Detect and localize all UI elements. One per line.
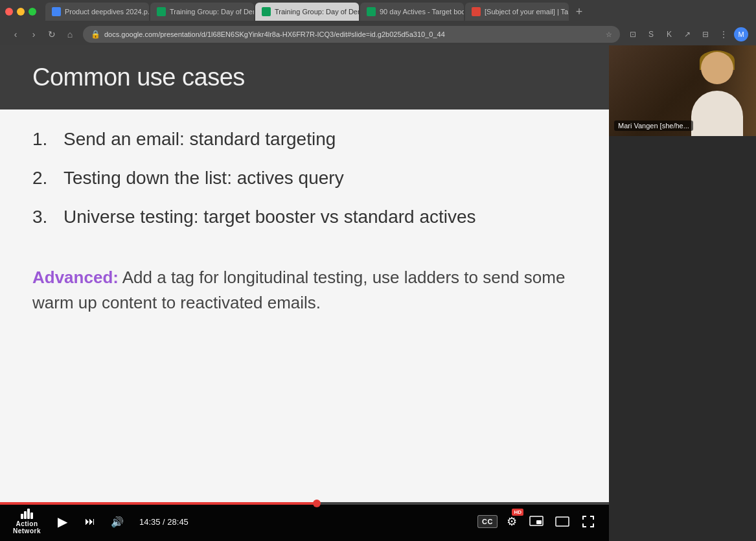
progress-fill: [0, 502, 317, 505]
video-area: Common use cases 1. Send an email: stand…: [0, 45, 609, 541]
advanced-block: Advanced: Add a tag for longitudinal tes…: [32, 265, 577, 316]
fullscreen-icon: [580, 514, 596, 529]
cc-button[interactable]: CC: [477, 515, 498, 528]
play-button[interactable]: ▶: [52, 511, 73, 532]
tab-bar: Product deepdives 2024.p... ✕ Training G…: [0, 0, 756, 23]
refresh-button[interactable]: ↻: [44, 27, 60, 42]
lock-icon: 🔒: [91, 30, 100, 39]
list-num-3: 3.: [32, 207, 56, 227]
forward-button[interactable]: ›: [26, 27, 41, 42]
list-num-2: 2.: [32, 168, 56, 189]
settings-button[interactable]: ⚙ HD: [503, 512, 521, 531]
list-text-1: Send an email: standard targeting: [63, 129, 336, 150]
list-text-2: Testing down the list: actives query: [63, 168, 344, 189]
tab-favicon-1: [52, 7, 61, 16]
tab-4[interactable]: 90 day Actives - Target boo... ✕: [360, 3, 464, 21]
slide: Common use cases 1. Send an email: stand…: [0, 45, 609, 502]
tab-3[interactable]: Training Group: Day of Dem... ✕: [255, 3, 359, 21]
person-body: [691, 91, 743, 136]
fullscreen-button[interactable]: [578, 511, 599, 532]
video-controls: Action Network ▶ ⏭ 🔊 14:35 / 28:45 CC ⚙ …: [0, 502, 609, 541]
logo-bar-1: [21, 514, 23, 519]
address-text: docs.google.com/presentation/d/1l68EN6SK…: [104, 30, 602, 38]
tab-favicon-4: [367, 7, 376, 16]
skip-button[interactable]: ⏭: [80, 511, 100, 532]
theater-icon: [555, 514, 570, 529]
slide-body: 1. Send an email: standard targeting 2. …: [0, 109, 609, 502]
logo-bar-3: [27, 509, 30, 519]
progress-dot: [313, 500, 321, 507]
theater-button[interactable]: [552, 511, 573, 532]
home-button[interactable]: ⌂: [62, 27, 78, 42]
traffic-lights: [5, 8, 36, 16]
tab-label-5: [Subject of your email] | Ta...: [485, 8, 569, 16]
svg-rect-1: [536, 520, 542, 524]
slide-wrapper: Common use cases 1. Send an email: stand…: [0, 45, 609, 541]
progress-bar[interactable]: [0, 502, 609, 505]
extension-btn-4[interactable]: ↗: [680, 27, 695, 42]
sidebar-panel: Mari Vangen [she/he...: [609, 45, 756, 541]
bookmark-icon[interactable]: ☆: [606, 30, 612, 39]
extension-btn-5[interactable]: ⊟: [698, 27, 713, 42]
slide-title: Common use cases: [32, 63, 245, 91]
tab-favicon-3: [262, 7, 271, 16]
browser-actions: ⊡ S K ↗ ⊟ ⋮ M: [625, 27, 748, 42]
address-bar-row: ‹ › ↻ ⌂ 🔒 docs.google.com/presentation/d…: [0, 23, 756, 45]
advanced-label: Advanced:: [32, 268, 119, 287]
webcam-label: Mari Vangen [she/he...: [614, 121, 693, 131]
controls-right: CC ⚙ HD: [477, 511, 599, 532]
logo-area: Action Network: [13, 509, 41, 535]
logo-bar-4: [30, 512, 33, 519]
hd-badge: HD: [512, 509, 523, 516]
profile-avatar[interactable]: M: [734, 27, 748, 41]
webcam-feed: Mari Vangen [she/he...: [609, 45, 756, 136]
back-button[interactable]: ‹: [8, 27, 23, 42]
tab-label-2: Training Group: Day of Dem...: [170, 8, 254, 16]
action-network-logo-icon: [21, 509, 33, 519]
list-text-3: Universe testing: target booster vs stan…: [63, 207, 476, 227]
person-head: [701, 52, 733, 84]
minimize-traffic-light[interactable]: [17, 8, 25, 16]
list-item-1: 1. Send an email: standard targeting: [32, 129, 577, 150]
extension-btn-1[interactable]: ⊡: [625, 27, 641, 42]
tab-label-1: Product deepdives 2024.p...: [65, 8, 149, 16]
svg-rect-2: [556, 517, 569, 526]
menu-button[interactable]: ⋮: [716, 27, 731, 42]
logo-text: Action: [16, 520, 38, 527]
browser-chrome: Product deepdives 2024.p... ✕ Training G…: [0, 0, 756, 45]
extension-btn-2[interactable]: S: [643, 27, 659, 42]
main-area: Common use cases 1. Send an email: stand…: [0, 45, 756, 541]
tab-label-4: 90 day Actives - Target boo...: [380, 8, 464, 16]
slide-header: Common use cases: [0, 45, 609, 109]
tab-favicon-2: [157, 7, 166, 16]
slide-list: 1. Send an email: standard targeting 2. …: [32, 129, 577, 246]
tab-1[interactable]: Product deepdives 2024.p... ✕: [45, 3, 149, 21]
address-field[interactable]: 🔒 docs.google.com/presentation/d/1l68EN6…: [83, 26, 620, 43]
settings-icon: ⚙: [507, 514, 517, 529]
time-display: 14:35 / 28:45: [139, 517, 189, 527]
list-item-2: 2. Testing down the list: actives query: [32, 168, 577, 189]
maximize-traffic-light[interactable]: [29, 8, 36, 16]
logo-network-text: Network: [13, 527, 41, 535]
logo-bar-2: [24, 511, 27, 519]
list-item-3: 3. Universe testing: target booster vs s…: [32, 207, 577, 227]
new-tab-button[interactable]: +: [570, 3, 588, 21]
tab-favicon-5: [472, 7, 481, 16]
tab-label-3: Training Group: Day of Dem...: [275, 8, 359, 16]
tab-2[interactable]: Training Group: Day of Dem... ✕: [150, 3, 254, 21]
close-traffic-light[interactable]: [5, 8, 13, 16]
miniplayer-icon: [529, 514, 544, 529]
miniplayer-button[interactable]: [526, 511, 547, 532]
nav-buttons: ‹ › ↻ ⌂: [8, 27, 78, 42]
tab-5[interactable]: [Subject of your email] | Ta... ✕: [465, 3, 569, 21]
volume-button[interactable]: 🔊: [107, 511, 128, 532]
extension-btn-3[interactable]: K: [661, 27, 677, 42]
list-num-1: 1.: [32, 129, 56, 150]
